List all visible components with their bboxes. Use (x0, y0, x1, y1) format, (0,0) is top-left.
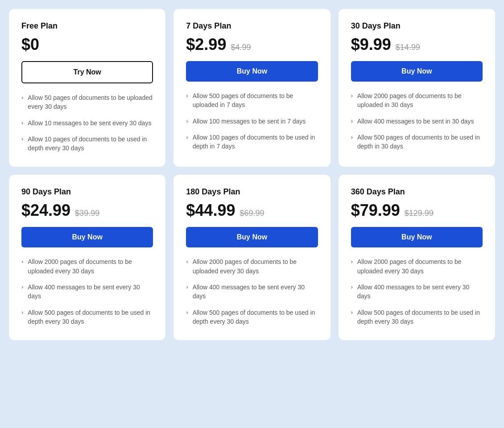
price-current: $2.99 (186, 35, 226, 54)
plan-card-180days: 180 Days Plan$44.99$69.99Buy Now›Allow 2… (174, 175, 330, 340)
feature-text: Allow 2000 pages of documents to be uplo… (357, 257, 483, 276)
price-row: $0 (21, 35, 153, 54)
price-row: $24.99$39.99 (21, 201, 153, 220)
feature-item: ›Allow 100 pages of documents to be used… (186, 133, 318, 151)
buy-now-button[interactable]: Buy Now (21, 227, 153, 247)
price-original: $69.99 (240, 209, 264, 218)
feature-text: Allow 2000 pages of documents to be uplo… (357, 91, 483, 110)
feature-item: ›Allow 500 pages of documents to be uplo… (186, 91, 318, 110)
feature-list: ›Allow 500 pages of documents to be uplo… (186, 91, 318, 151)
plan-name: 360 Days Plan (351, 187, 483, 197)
chevron-right-icon: › (21, 258, 23, 265)
chevron-right-icon: › (21, 119, 23, 126)
plan-card-30days: 30 Days Plan$9.99$14.99Buy Now›Allow 200… (339, 9, 495, 167)
feature-list: ›Allow 2000 pages of documents to be upl… (186, 257, 318, 326)
price-current: $24.99 (21, 201, 70, 220)
feature-item: ›Allow 500 pages of documents to be used… (186, 308, 318, 326)
chevron-right-icon: › (186, 118, 188, 124)
plan-card-90days: 90 Days Plan$24.99$39.99Buy Now›Allow 20… (9, 175, 165, 340)
feature-item: ›Allow 2000 pages of documents to be upl… (351, 257, 483, 276)
price-current: $44.99 (186, 201, 235, 220)
price-original: $14.99 (396, 43, 420, 52)
buy-now-button[interactable]: Buy Now (351, 227, 483, 247)
price-current: $9.99 (351, 35, 391, 54)
feature-text: Allow 400 messages to be sent every 30 d… (28, 283, 153, 301)
feature-item: ›Allow 500 pages of documents to be used… (351, 133, 483, 151)
feature-item: ›Allow 400 messages to be sent every 30 … (186, 283, 318, 301)
chevron-right-icon: › (21, 309, 23, 316)
buy-now-button[interactable]: Buy Now (186, 61, 318, 82)
chevron-right-icon: › (186, 258, 188, 265)
feature-item: ›Allow 400 messages to be sent in 30 day… (351, 117, 483, 126)
buy-now-button[interactable]: Buy Now (186, 227, 318, 247)
feature-text: Allow 100 pages of documents to be used … (193, 133, 318, 151)
try-now-button[interactable]: Try Now (21, 61, 153, 83)
chevron-right-icon: › (351, 92, 353, 99)
feature-item: ›Allow 500 pages of documents to be used… (351, 308, 483, 326)
feature-text: Allow 500 pages of documents to be used … (193, 308, 318, 326)
feature-text: Allow 400 messages to be sent in 30 days (357, 117, 474, 126)
feature-text: Allow 400 messages to be sent every 30 d… (193, 283, 318, 301)
feature-item: ›Allow 2000 pages of documents to be upl… (186, 257, 318, 276)
price-current: $0 (21, 35, 39, 54)
chevron-right-icon: › (186, 284, 188, 290)
plan-name: 7 Days Plan (186, 21, 318, 31)
plan-card-free: Free Plan$0Try Now›Allow 50 pages of doc… (9, 9, 165, 167)
price-original: $129.99 (405, 209, 434, 218)
plan-name: 30 Days Plan (351, 21, 483, 31)
feature-item: ›Allow 10 messages to be sent every 30 d… (21, 119, 153, 128)
chevron-right-icon: › (21, 284, 23, 290)
buy-now-button[interactable]: Buy Now (351, 61, 483, 82)
feature-text: Allow 500 pages of documents to be used … (357, 133, 483, 151)
plans-grid: Free Plan$0Try Now›Allow 50 pages of doc… (9, 9, 495, 340)
feature-text: Allow 100 messages to be sent in 7 days (193, 117, 306, 126)
price-original: $4.99 (231, 43, 251, 52)
feature-text: Allow 10 messages to be sent every 30 da… (28, 119, 151, 128)
feature-text: Allow 500 pages of documents to be uploa… (193, 91, 318, 110)
plan-card-360days: 360 Days Plan$79.99$129.99Buy Now›Allow … (339, 175, 495, 340)
price-current: $79.99 (351, 201, 400, 220)
price-row: $44.99$69.99 (186, 201, 318, 220)
plan-name: 180 Days Plan (186, 187, 318, 197)
feature-list: ›Allow 2000 pages of documents to be upl… (21, 257, 153, 326)
plan-name: 90 Days Plan (21, 187, 153, 197)
feature-item: ›Allow 100 messages to be sent in 7 days (186, 117, 318, 126)
feature-item: ›Allow 2000 pages of documents to be upl… (21, 257, 153, 276)
chevron-right-icon: › (186, 134, 188, 140)
feature-item: ›Allow 400 messages to be sent every 30 … (21, 283, 153, 301)
feature-item: ›Allow 2000 pages of documents to be upl… (351, 91, 483, 110)
feature-list: ›Allow 2000 pages of documents to be upl… (351, 257, 483, 326)
feature-text: Allow 400 messages to be sent every 30 d… (357, 283, 483, 301)
feature-text: Allow 2000 pages of documents to be uplo… (28, 257, 153, 276)
feature-text: Allow 50 pages of documents to be upload… (28, 93, 153, 111)
price-row: $9.99$14.99 (351, 35, 483, 54)
feature-item: ›Allow 500 pages of documents to be used… (21, 308, 153, 326)
feature-text: Allow 2000 pages of documents to be uplo… (193, 257, 318, 276)
chevron-right-icon: › (351, 284, 353, 290)
chevron-right-icon: › (351, 258, 353, 265)
chevron-right-icon: › (21, 136, 23, 142)
chevron-right-icon: › (186, 309, 188, 316)
feature-list: ›Allow 2000 pages of documents to be upl… (351, 91, 483, 151)
feature-item: ›Allow 400 messages to be sent every 30 … (351, 283, 483, 301)
feature-text: Allow 10 pages of documents to be used i… (28, 135, 153, 153)
feature-item: ›Allow 50 pages of documents to be uploa… (21, 93, 153, 111)
feature-item: ›Allow 10 pages of documents to be used … (21, 135, 153, 153)
price-row: $2.99$4.99 (186, 35, 318, 54)
feature-text: Allow 500 pages of documents to be used … (357, 308, 483, 326)
feature-list: ›Allow 50 pages of documents to be uploa… (21, 93, 153, 152)
chevron-right-icon: › (186, 92, 188, 99)
plan-card-7days: 7 Days Plan$2.99$4.99Buy Now›Allow 500 p… (174, 9, 330, 167)
chevron-right-icon: › (351, 309, 353, 316)
plan-name: Free Plan (21, 21, 153, 31)
chevron-right-icon: › (351, 118, 353, 124)
price-original: $39.99 (75, 209, 99, 218)
feature-text: Allow 500 pages of documents to be used … (28, 308, 153, 326)
chevron-right-icon: › (21, 94, 23, 101)
chevron-right-icon: › (351, 134, 353, 140)
price-row: $79.99$129.99 (351, 201, 483, 220)
